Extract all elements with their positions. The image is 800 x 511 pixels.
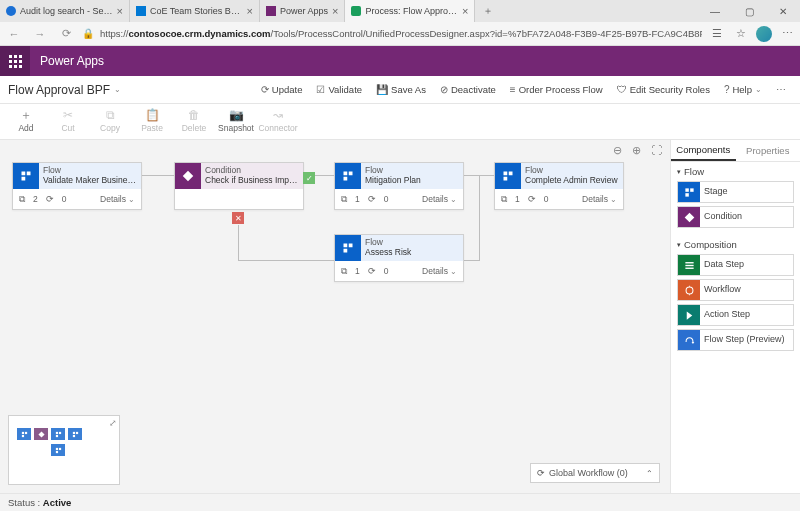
svg-rect-28 bbox=[685, 193, 688, 196]
deactivate-icon: ⊘ bbox=[440, 84, 448, 95]
status-bar: Status : Active bbox=[0, 493, 800, 511]
tab-components[interactable]: Components bbox=[671, 140, 736, 161]
section-composition-header[interactable]: ▾Composition bbox=[677, 239, 794, 250]
copy-icon: ⧉ bbox=[90, 107, 130, 123]
details-toggle[interactable]: Details⌄ bbox=[100, 194, 135, 204]
copy-button[interactable]: ⧉Copy bbox=[90, 107, 130, 133]
back-button[interactable]: ← bbox=[4, 28, 24, 40]
browser-tab-0[interactable]: Audit log search - Security & C× bbox=[0, 0, 130, 22]
favorites-icon[interactable]: ☆ bbox=[732, 27, 750, 40]
snapshot-button[interactable]: 📷Snapshot bbox=[216, 107, 256, 133]
flow-step-icon bbox=[678, 330, 700, 350]
more-commands-button[interactable]: ⋯ bbox=[770, 84, 792, 95]
reading-view-icon[interactable]: ☰ bbox=[708, 27, 726, 40]
condition-false-chip: ✕ bbox=[232, 212, 244, 224]
scissors-icon: ✂ bbox=[48, 107, 88, 123]
refresh-icon: ⟳ bbox=[261, 84, 269, 95]
chevron-down-icon: ⌄ bbox=[114, 85, 121, 94]
triangle-down-icon: ▾ bbox=[677, 168, 681, 176]
lock-icon: 🔒 bbox=[82, 28, 94, 39]
svg-rect-15 bbox=[21, 434, 23, 436]
duration-icon: ⟳ bbox=[528, 194, 536, 204]
close-icon[interactable]: × bbox=[462, 5, 468, 17]
expand-icon[interactable]: ⤢ bbox=[109, 418, 117, 428]
stage-condition[interactable]: ConditionCheck if Business Impact is Hig… bbox=[174, 162, 304, 210]
help-button[interactable]: ?Help⌄ bbox=[718, 84, 768, 95]
close-icon[interactable]: × bbox=[332, 5, 338, 17]
steps-icon: ⧉ bbox=[341, 194, 347, 205]
svg-rect-6 bbox=[344, 177, 348, 181]
tile-stage[interactable]: Stage bbox=[677, 181, 794, 203]
close-icon[interactable]: × bbox=[117, 5, 123, 17]
duration-icon: ⟳ bbox=[368, 194, 376, 204]
svg-rect-14 bbox=[24, 431, 26, 433]
command-bar: Flow Approval BPF⌄ ⟳Update ☑Validate 💾Sa… bbox=[0, 76, 800, 104]
svg-rect-8 bbox=[509, 172, 513, 176]
svg-rect-13 bbox=[21, 431, 23, 433]
refresh-button[interactable]: ⟳ bbox=[56, 27, 76, 40]
svg-rect-21 bbox=[75, 431, 77, 433]
forward-button[interactable]: → bbox=[30, 28, 50, 40]
connector-button[interactable]: ↝Connector bbox=[258, 107, 298, 133]
app-launcher-button[interactable] bbox=[0, 46, 30, 76]
section-flow-header[interactable]: ▾Flow bbox=[677, 166, 794, 177]
designer-canvas[interactable]: ⊖ ⊕ ⛶ FlowValidate Maker Business Requir… bbox=[0, 140, 670, 493]
validate-button[interactable]: ☑Validate bbox=[310, 84, 368, 95]
stage-complete-admin-review[interactable]: FlowComplete Admin Review ⧉1⟳0Details⌄ bbox=[494, 162, 624, 210]
svg-rect-18 bbox=[58, 431, 60, 433]
tile-workflow[interactable]: Workflow bbox=[677, 279, 794, 301]
maximize-button[interactable]: ▢ bbox=[732, 0, 766, 22]
minimize-button[interactable]: — bbox=[698, 0, 732, 22]
flow-icon bbox=[13, 163, 39, 189]
tile-action-step[interactable]: Action Step bbox=[677, 304, 794, 326]
tab-properties[interactable]: Properties bbox=[736, 140, 801, 161]
details-toggle[interactable]: Details⌄ bbox=[422, 194, 457, 204]
svg-marker-34 bbox=[686, 311, 692, 319]
browser-more-icon[interactable]: ⋯ bbox=[778, 27, 796, 40]
global-workflow-bar[interactable]: ⟳Global Workflow (0)⌃ bbox=[530, 463, 660, 483]
zoom-out-button[interactable]: ⊖ bbox=[613, 144, 622, 157]
new-tab-button[interactable]: ＋ bbox=[475, 0, 501, 22]
order-process-button[interactable]: ≡Order Process Flow bbox=[504, 84, 609, 95]
stage-validate-maker[interactable]: FlowValidate Maker Business Require… ⧉2⟳… bbox=[12, 162, 142, 210]
svg-marker-16 bbox=[38, 431, 44, 437]
help-icon: ? bbox=[724, 84, 730, 95]
tile-flow-step[interactable]: Flow Step (Preview) bbox=[677, 329, 794, 351]
zoom-in-button[interactable]: ⊕ bbox=[632, 144, 641, 157]
details-toggle[interactable]: Details⌄ bbox=[422, 266, 457, 276]
plus-icon: ＋ bbox=[6, 107, 46, 123]
paste-button[interactable]: 📋Paste bbox=[132, 107, 172, 133]
tile-condition[interactable]: Condition bbox=[677, 206, 794, 228]
profile-avatar[interactable] bbox=[756, 26, 772, 42]
stage-mitigation-plan[interactable]: FlowMitigation Plan ⧉1⟳0Details⌄ bbox=[334, 162, 464, 210]
svg-rect-23 bbox=[55, 447, 57, 449]
fit-screen-button[interactable]: ⛶ bbox=[651, 144, 662, 157]
delete-button[interactable]: 🗑Delete bbox=[174, 107, 214, 133]
details-toggle[interactable]: Details⌄ bbox=[582, 194, 617, 204]
tile-data-step[interactable]: Data Step bbox=[677, 254, 794, 276]
edit-security-button[interactable]: 🛡Edit Security Roles bbox=[611, 84, 716, 95]
process-title[interactable]: Flow Approval BPF⌄ bbox=[8, 83, 121, 97]
designer-toolbar: ＋Add ✂Cut ⧉Copy 📋Paste 🗑Delete 📷Snapshot… bbox=[0, 104, 800, 140]
cut-button[interactable]: ✂Cut bbox=[48, 107, 88, 133]
browser-tab-1[interactable]: CoE Team Stories Board - Boards× bbox=[130, 0, 260, 22]
deactivate-button[interactable]: ⊘Deactivate bbox=[434, 84, 502, 95]
minimap[interactable]: ⤢ bbox=[8, 415, 120, 485]
close-icon[interactable]: × bbox=[247, 5, 253, 17]
components-panel: Components Properties ▾Flow Stage Condit… bbox=[670, 140, 800, 493]
svg-rect-10 bbox=[344, 244, 348, 248]
svg-rect-0 bbox=[22, 172, 26, 176]
steps-icon: ⧉ bbox=[19, 194, 25, 205]
data-step-icon bbox=[678, 255, 700, 275]
order-icon: ≡ bbox=[510, 84, 516, 95]
url-field[interactable]: https://contosocoe.crm.dynamics.com/Tool… bbox=[100, 28, 702, 39]
save-as-button[interactable]: 💾Save As bbox=[370, 84, 432, 95]
svg-rect-7 bbox=[504, 172, 508, 176]
browser-tab-2[interactable]: Power Apps× bbox=[260, 0, 345, 22]
browser-tab-3[interactable]: Process: Flow Approval BPF - M× bbox=[345, 0, 475, 22]
close-window-button[interactable]: ✕ bbox=[766, 0, 800, 22]
update-button[interactable]: ⟳Update bbox=[255, 84, 309, 95]
condition-icon bbox=[175, 163, 201, 189]
stage-assess-risk[interactable]: FlowAssess Risk ⧉1⟳0Details⌄ bbox=[334, 234, 464, 282]
add-button[interactable]: ＋Add bbox=[6, 107, 46, 133]
